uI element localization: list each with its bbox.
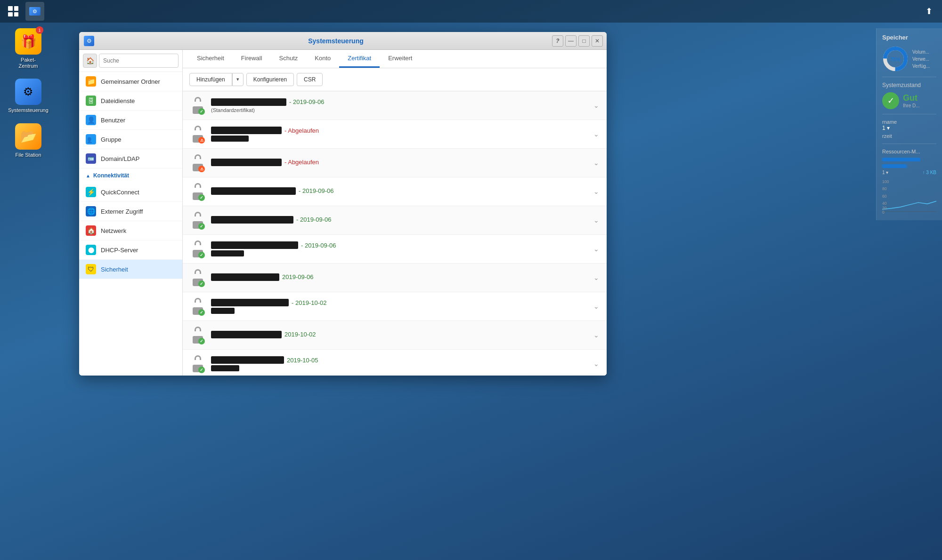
cert-info-9: 2019-10-02 <box>211 331 590 340</box>
sidebar-item-benutzer[interactable]: 👤 Benutzer <box>79 111 182 130</box>
svg-text:0: 0 <box>882 210 885 215</box>
svg-text:60: 60 <box>882 194 887 199</box>
toolbar: Hinzufügen ▾ Konfigurieren CSR <box>183 68 607 91</box>
cert-lock-icon-8: ✓ <box>190 298 205 315</box>
domain-ldap-icon: 🪪 <box>86 153 96 164</box>
desktop-icon-systemsteuerung[interactable]: ⚙ Systemsteuerung <box>9 79 47 113</box>
cert-sub-blurred-2 <box>211 136 249 142</box>
cert-item-8[interactable]: ✓ - 2019-10-02 ⌄ <box>183 292 607 321</box>
svg-text:40: 40 <box>882 201 887 206</box>
username-value[interactable]: 1 ▾ <box>882 125 936 131</box>
benutzer-label: Benutzer <box>101 117 125 124</box>
cert-item-9[interactable]: ✓ 2019-10-02 ⌄ <box>183 321 607 350</box>
cert-info-2: - Abgelaufen <box>211 127 590 142</box>
cert-name-row-7: 2019-09-06 <box>211 273 590 281</box>
paket-badge: 1 <box>36 26 43 34</box>
desktop-icon-paket-zentrum[interactable]: 🎁 1 Paket-Zentrum <box>9 28 47 69</box>
cert-lock-icon-10: ✓ <box>190 355 205 372</box>
tab-konto[interactable]: Konto <box>306 50 339 68</box>
cert-item-2[interactable]: ⚠ - Abgelaufen ⌄ <box>183 120 607 149</box>
window-controls: ? — □ ✕ <box>552 35 603 47</box>
tab-erweitert[interactable]: Erweitert <box>380 50 421 68</box>
sidebar-item-quickconnect[interactable]: ⚡ QuickConnect <box>79 183 182 202</box>
sidebar-search-input[interactable] <box>99 54 179 68</box>
cert-status-badge-4: ✓ <box>198 194 205 201</box>
sidebar-item-gruppe[interactable]: 👥 Gruppe <box>79 130 182 149</box>
sidebar-home-button[interactable]: 🏠 <box>83 54 97 68</box>
sidebar-search-bar: 🏠 <box>79 50 182 72</box>
cert-item-5[interactable]: ✓ - 2019-09-06 ⌄ <box>183 206 607 235</box>
content-area: Sicherheit Firewall Schutz Konto Zertifi… <box>183 50 607 376</box>
cert-status-badge-7: ✓ <box>198 280 205 287</box>
cert-item-6[interactable]: ✓ - 2019-09-06 ⌄ <box>183 235 607 264</box>
cert-item-7[interactable]: ✓ 2019-09-06 ⌄ <box>183 264 607 292</box>
window-close-button[interactable]: ✕ <box>592 35 603 47</box>
tab-firewall[interactable]: Firewall <box>233 50 271 68</box>
systemsteuerung-label: Systemsteuerung <box>8 107 49 113</box>
cert-name-row-5: - 2019-09-06 <box>211 216 590 224</box>
window-help-button[interactable]: ? <box>552 35 563 47</box>
tab-zertifikat[interactable]: Zertifikat <box>339 50 380 68</box>
cert-item-10[interactable]: ✓ 2019-10-05 ⌄ <box>183 350 607 376</box>
cert-expand-1[interactable]: ⌄ <box>593 102 599 109</box>
sicherheit-icon: 🛡 <box>86 264 96 274</box>
cert-info-6: - 2019-09-06 <box>211 241 590 256</box>
window-maximize-button[interactable]: □ <box>578 35 590 47</box>
cert-lock-icon-7: ✓ <box>190 269 205 286</box>
window-body: 🏠 📁 Gemeinsamer Ordner 🗄 Dateidienste 👤 … <box>79 50 607 376</box>
hinzufuegen-button[interactable]: Hinzufügen <box>189 73 232 86</box>
sidebar-item-gemeinsamer-ordner[interactable]: 📁 Gemeinsamer Ordner <box>79 72 182 91</box>
cert-expand-9[interactable]: ⌄ <box>593 331 599 339</box>
resources-num[interactable]: 1 ▾ <box>882 170 888 175</box>
window-minimize-button[interactable]: — <box>565 35 577 47</box>
gruppe-icon: 👥 <box>86 134 96 144</box>
apps-menu-button[interactable] <box>4 2 23 21</box>
certificate-list: ✓ - 2019-09-06 (Standardzertifikat) <box>183 91 607 376</box>
cert-expand-7[interactable]: ⌄ <box>593 274 599 281</box>
cert-expand-3[interactable]: ⌄ <box>593 159 599 167</box>
cert-status-badge-2: ⚠ <box>198 137 205 144</box>
sidebar-item-dhcp-server[interactable]: ⬤ DHCP-Server <box>79 240 182 260</box>
cert-expand-2[interactable]: ⌄ <box>593 130 599 138</box>
cert-name-blurred-5 <box>211 216 293 224</box>
svg-text:20: 20 <box>882 206 887 210</box>
cert-expand-4[interactable]: ⌄ <box>593 188 599 195</box>
system-status-title: Systemzustand <box>882 82 936 88</box>
sidebar-item-sicherheit[interactable]: 🛡 Sicherheit <box>79 260 182 279</box>
dateidienste-label: Dateidienste <box>101 97 135 104</box>
cert-info-8: - 2019-10-02 <box>211 299 590 314</box>
csr-button[interactable]: CSR <box>297 73 323 86</box>
cert-name-row-8: - 2019-10-02 <box>211 299 590 306</box>
upload-button[interactable]: ⬆ <box>919 2 938 21</box>
cert-item-1[interactable]: ✓ - 2019-09-06 (Standardzertifikat) <box>183 91 607 120</box>
desktop-icon-file-station[interactable]: 📂 File Station <box>9 123 47 158</box>
cert-name-blurred-7 <box>211 273 279 281</box>
cert-expand-8[interactable]: ⌄ <box>593 303 599 310</box>
tab-schutz[interactable]: Schutz <box>271 50 307 68</box>
cert-date-6: - 2019-09-06 <box>301 242 336 249</box>
sidebar-item-netzwerk[interactable]: 🏠 Netzwerk <box>79 221 182 240</box>
tabs-bar: Sicherheit Firewall Schutz Konto Zertifi… <box>183 50 607 68</box>
paket-label: Paket-Zentrum <box>19 57 38 69</box>
konnektivitaet-section-header[interactable]: ▲ Konnektivität <box>79 168 182 183</box>
hinzufuegen-dropdown-button[interactable]: ▾ <box>232 73 244 86</box>
storage-donut-container: 75% Volum... Verwe... Verfüg... <box>882 46 936 72</box>
svg-text:100: 100 <box>882 179 889 184</box>
cert-date-1: - 2019-09-06 <box>289 98 324 105</box>
cert-expand-5[interactable]: ⌄ <box>593 216 599 224</box>
cert-date-4: - 2019-09-06 <box>299 187 333 194</box>
cert-date-10: 2019-10-05 <box>287 357 318 364</box>
cert-item-4[interactable]: ✓ - 2019-09-06 ⌄ <box>183 177 607 206</box>
sidebar-item-externer-zugriff[interactable]: 🌐 Externer Zugriff <box>79 202 182 221</box>
tab-sicherheit[interactable]: Sicherheit <box>188 50 233 68</box>
cert-item-3[interactable]: ⚠ - Abgelaufen ⌄ <box>183 149 607 177</box>
cert-lock-icon-9: ✓ <box>190 327 205 344</box>
cert-info-1: - 2019-09-06 (Standardzertifikat) <box>211 98 590 113</box>
sidebar-item-domain-ldap[interactable]: 🪪 Domain/LDAP <box>79 149 182 168</box>
sidebar-item-dateidienste[interactable]: 🗄 Dateidienste <box>79 91 182 111</box>
cert-sub-blurred-10 <box>211 365 239 371</box>
cert-expand-6[interactable]: ⌄ <box>593 245 599 253</box>
taskbar-systemsteuerung-button[interactable]: ⚙ <box>25 2 44 21</box>
cert-expand-10[interactable]: ⌄ <box>593 360 599 368</box>
konfigurieren-button[interactable]: Konfigurieren <box>246 73 294 86</box>
